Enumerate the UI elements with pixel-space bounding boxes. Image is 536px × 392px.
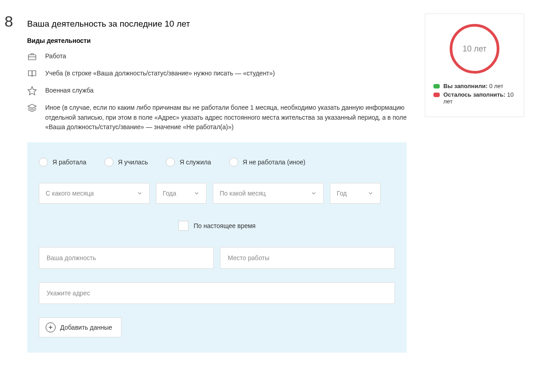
progress-ring: 10 лет: [450, 24, 499, 74]
from-month-select[interactable]: С какого месяца: [39, 183, 150, 204]
step-number: 8: [5, 14, 27, 29]
workplace-input[interactable]: [220, 247, 395, 269]
ring-label: 10 лет: [462, 44, 486, 54]
position-input[interactable]: [39, 247, 214, 269]
radio-control[interactable]: [229, 158, 238, 167]
activity-form: Я работала Я училась Я служила Я не рабо…: [27, 142, 407, 353]
svg-rect-0: [28, 55, 36, 60]
checkbox-label: По настоящее время: [194, 222, 256, 229]
add-button-label: Добавить данные: [60, 324, 112, 331]
radio-control[interactable]: [104, 158, 113, 167]
chevron-down-icon: [136, 190, 143, 196]
from-year-select[interactable]: Года: [156, 183, 207, 204]
select-placeholder: С какого месяца: [46, 190, 94, 197]
radio-control[interactable]: [39, 158, 48, 167]
subtitle: Виды деятельности: [27, 37, 407, 44]
radio-other[interactable]: Я не работала (иное): [229, 158, 306, 167]
progress-sidebar: 10 лет Вы заполнили: 0 лет Осталось запо…: [425, 14, 524, 117]
briefcase-icon: [27, 51, 37, 61]
dot-green-icon: [433, 84, 440, 89]
plus-icon: +: [46, 322, 56, 332]
legend-row: Иное (в случае, если по каким либо причи…: [27, 103, 407, 132]
chevron-down-icon: [310, 190, 317, 196]
legend-row: Работа: [27, 51, 407, 61]
add-data-button[interactable]: + Добавить данные: [39, 317, 122, 337]
radio-label: Я не работала (иное): [243, 159, 306, 166]
svg-marker-3: [28, 104, 36, 108]
radio-label: Я служила: [179, 159, 211, 166]
stat-label: Вы заполнили:: [443, 83, 488, 89]
star-icon: [27, 86, 37, 96]
radio-studied[interactable]: Я училась: [104, 158, 148, 167]
to-month-select[interactable]: По какой месяц: [213, 183, 324, 204]
radio-label: Я училась: [118, 159, 148, 166]
select-placeholder: Года: [163, 190, 176, 197]
stat-value: 0 лет: [489, 83, 503, 89]
radio-label: Я работала: [52, 159, 86, 166]
present-checkbox[interactable]: [179, 221, 188, 231]
legend-text-other: Иное (в случае, если по каким либо причи…: [45, 103, 407, 132]
svg-marker-2: [28, 87, 36, 95]
select-placeholder: Год: [337, 190, 347, 197]
chevron-down-icon: [367, 190, 374, 196]
legend-row: Военная служба: [27, 86, 407, 96]
legend-text-study: Учеба (в строке «Ваша должность/статус/з…: [45, 69, 275, 79]
stat-remaining: Осталось заполнить: 10 лет: [433, 91, 516, 105]
stat-filled: Вы заполнили: 0 лет: [433, 83, 516, 89]
legend-text-military: Военная служба: [45, 86, 94, 96]
section-title: Ваша деятельность за последние 10 лет: [27, 19, 190, 29]
radio-served[interactable]: Я служила: [166, 158, 211, 167]
to-year-select[interactable]: Год: [330, 183, 381, 204]
chevron-down-icon: [193, 190, 200, 196]
legend-row: Учеба (в строке «Ваша должность/статус/з…: [27, 69, 407, 79]
dot-red-icon: [433, 93, 440, 97]
legend-text-work: Работа: [45, 51, 66, 61]
radio-control[interactable]: [166, 158, 175, 167]
select-placeholder: По какой месяц: [220, 190, 266, 197]
stack-icon: [27, 103, 37, 113]
stat-label: Осталось заполнить:: [443, 91, 505, 98]
address-input[interactable]: [39, 282, 395, 304]
book-icon: [27, 69, 37, 79]
radio-worked[interactable]: Я работала: [39, 158, 86, 167]
